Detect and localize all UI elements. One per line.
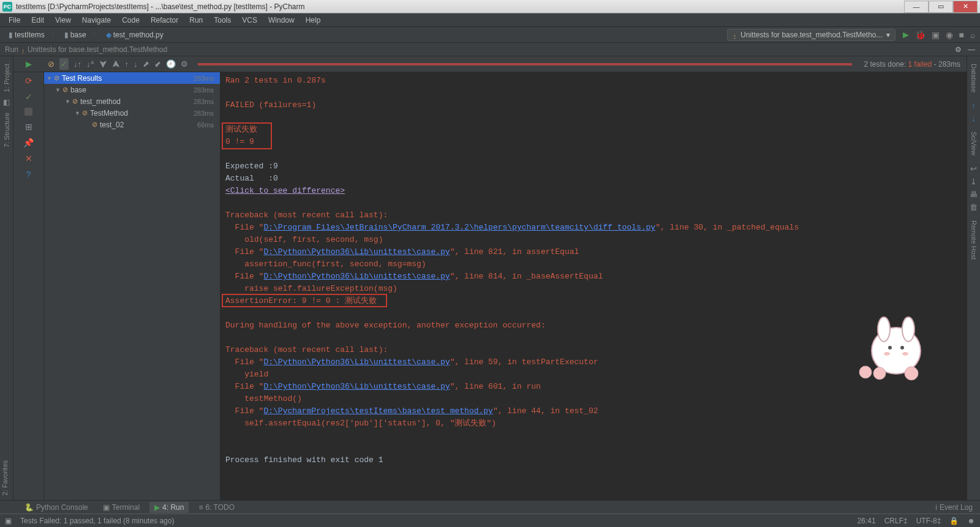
unittest-icon: ⍚ <box>733 31 737 39</box>
minimize-tool-icon[interactable]: — <box>968 45 975 54</box>
trash-icon[interactable]: 🗑 <box>970 203 978 212</box>
tree-method[interactable]: ▼⊘ test_method 283ms <box>44 95 220 107</box>
tab-sciview[interactable]: SciView <box>969 127 979 160</box>
tree-class[interactable]: ▼⊘ TestMethod 283ms <box>44 107 220 119</box>
tab-event-log[interactable]: iEvent Log <box>930 502 978 513</box>
run-button[interactable]: ▶ <box>903 30 909 39</box>
menu-tools[interactable]: Tools <box>209 15 236 26</box>
tab-run[interactable]: ▶ 4: Run <box>149 502 189 513</box>
menu-navigate[interactable]: Navigate <box>77 15 116 26</box>
tab-terminal[interactable]: ▣ Terminal <box>98 502 145 513</box>
breadcrumb-file[interactable]: ◆test_method.py <box>102 30 167 40</box>
status-tool-window-icon[interactable]: ▣ <box>5 517 12 525</box>
show-passed-button[interactable]: ✓ <box>59 58 69 70</box>
tab-remote-host[interactable]: Remote Host <box>969 215 979 264</box>
tab-structure[interactable]: 7: Structure <box>2 108 12 152</box>
file-link[interactable]: D:\PycharmProjects\testItems\base\test_m… <box>263 406 492 416</box>
file-link[interactable]: D:\Python\Python36\Lib\unittest\case.py <box>263 357 450 367</box>
arrow-up-icon[interactable]: ↑ <box>971 101 976 110</box>
history-button[interactable]: 🕘 <box>166 59 176 69</box>
tab-todo[interactable]: ≡ 6: TODO <box>194 502 239 513</box>
test-settings-button[interactable]: ⚙ <box>181 59 188 69</box>
stop-button[interactable] <box>24 108 32 116</box>
menu-vcs[interactable]: VCS <box>237 15 262 26</box>
breadcrumb-folder[interactable]: ▮base <box>61 30 90 40</box>
file-link[interactable]: D:\Program Files\JetBrains\PyCharm 2017.… <box>263 223 655 232</box>
gear-icon[interactable]: ⚙ <box>955 45 962 54</box>
rerun-failed-button[interactable]: ⟳ <box>25 76 32 86</box>
toggle-autotest-button[interactable]: ⊘ <box>48 59 55 69</box>
file-link[interactable]: D:\Python\Python36\Lib\unittest\case.py <box>263 382 450 391</box>
python-file-icon: ◆ <box>106 31 111 39</box>
folder-icon: ▮ <box>64 31 69 39</box>
sort-alpha-button[interactable]: ↓ᴬ <box>86 59 94 69</box>
rerun-button[interactable]: ▶ <box>26 59 32 69</box>
tab-python-console[interactable]: 🐍 Python Console <box>20 502 93 513</box>
menu-refactor[interactable]: Refactor <box>146 15 183 26</box>
menu-file[interactable]: File <box>4 15 25 26</box>
run-configuration-select[interactable]: ⍚ Unittests for base.test_method.TestMet… <box>727 29 895 41</box>
status-line-separator[interactable]: CRLF‡ <box>884 517 908 525</box>
toggle-passed-button[interactable]: ✓ <box>25 92 32 102</box>
export-button[interactable]: ⬈ <box>143 59 149 69</box>
diff-link[interactable]: <Click to see difference> <box>225 186 345 195</box>
hector-icon[interactable]: ☻ <box>967 517 975 525</box>
coverage-button[interactable]: ▣ <box>932 30 940 40</box>
file-link[interactable]: D:\Python\Python36\Lib\unittest\case.py <box>263 247 450 256</box>
sort-button[interactable]: ↓↑ <box>74 59 81 69</box>
tree-base[interactable]: ▼⊘ base 283ms <box>44 84 220 95</box>
menu-help[interactable]: Help <box>301 15 326 26</box>
tree-test02[interactable]: ⊘ test_02 66ms <box>44 119 220 130</box>
stop-button[interactable]: ■ <box>959 30 964 40</box>
tab-favorites[interactable]: 2: Favorites <box>0 455 10 500</box>
breadcrumb: ▮testItems 〉 ▮base 〉 ◆test_method.py <box>5 29 167 40</box>
menu-window[interactable]: Window <box>263 15 300 26</box>
left-bottom-gutter: 2: Favorites <box>0 455 13 500</box>
console-assertion: 0 != 9 <box>225 136 962 148</box>
test-console-output[interactable]: Ran 2 tests in 0.287s FAILED (failures=1… <box>221 72 967 500</box>
file-link[interactable]: D:\Python\Python36\Lib\unittest\case.py <box>263 272 450 281</box>
collapse-all-button[interactable]: ⮝ <box>112 59 120 69</box>
search-everywhere-button[interactable]: ⌕ <box>970 30 975 40</box>
next-test-button[interactable]: ↓ <box>134 59 138 69</box>
menu-code[interactable]: Code <box>117 15 145 26</box>
print-icon[interactable]: 🖶 <box>970 190 978 199</box>
softwrap-icon[interactable]: ↩ <box>970 164 977 173</box>
help-button[interactable]: ? <box>26 170 31 179</box>
lock-icon[interactable]: 🔒 <box>949 517 959 525</box>
console-line: raise self.failureException(msg) <box>225 283 962 295</box>
debug-button[interactable]: 🐞 <box>915 30 925 40</box>
layout-button[interactable]: ⊞ <box>25 122 32 132</box>
breadcrumb-root[interactable]: ▮testItems <box>5 30 48 40</box>
status-cursor-position[interactable]: 26:41 <box>858 517 876 525</box>
window-controls: — ▭ ✕ <box>904 1 978 13</box>
tab-database[interactable]: Database <box>969 59 979 97</box>
scroll-icon[interactable]: ⤓ <box>970 177 977 186</box>
test-results-tree[interactable]: ▼⊘ Test Results 283ms ▼⊘ base 283ms ▼⊘ t… <box>44 72 221 500</box>
console-line: File "D:\Python\Python36\Lib\unittest\ca… <box>225 356 962 368</box>
window-titlebar: PC testItems [D:\PycharmProjects\testIte… <box>0 0 980 13</box>
import-button[interactable]: ⬋ <box>154 59 161 69</box>
console-fail-message: 测试失败 <box>225 124 962 136</box>
status-encoding[interactable]: UTF-8‡ <box>916 517 941 525</box>
warning-icon: ⊘ <box>62 86 68 94</box>
tree-root[interactable]: ▼⊘ Test Results 283ms <box>44 72 220 84</box>
minimize-button[interactable]: — <box>904 1 929 13</box>
bookmark-icon[interactable]: ◧ <box>3 98 10 107</box>
prev-test-button[interactable]: ↑ <box>125 59 129 69</box>
console-exit-code: Process finished with exit code 1 <box>225 454 962 466</box>
profile-button[interactable]: ◉ <box>946 30 953 40</box>
maximize-button[interactable]: ▭ <box>929 1 953 13</box>
close-run-button[interactable]: ✕ <box>25 154 32 163</box>
expand-all-button[interactable]: ⮟ <box>99 59 107 69</box>
pin-button[interactable]: 📌 <box>23 138 34 148</box>
console-line: File "D:\Python\Python36\Lib\unittest\ca… <box>225 271 962 283</box>
menu-edit[interactable]: Edit <box>26 15 49 26</box>
tab-project[interactable]: 1: Project <box>2 59 12 97</box>
warning-icon: ⊘ <box>82 109 88 117</box>
close-button[interactable]: ✕ <box>953 1 978 13</box>
chevron-down-icon: ▾ <box>886 31 890 39</box>
menu-run[interactable]: Run <box>184 15 208 26</box>
menu-view[interactable]: View <box>50 15 76 26</box>
arrow-down-icon[interactable]: ↓ <box>971 114 976 123</box>
